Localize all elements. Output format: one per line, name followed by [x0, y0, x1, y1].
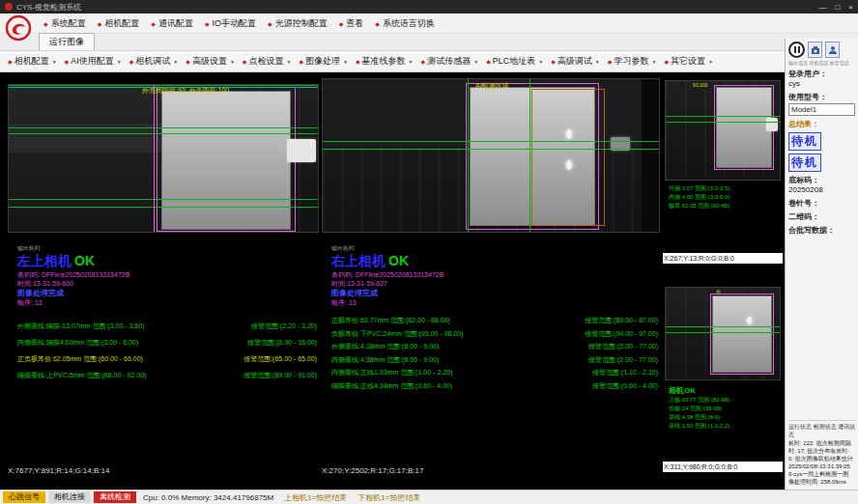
- glare-spot: [566, 160, 572, 170]
- run-controls: [788, 42, 855, 58]
- overlay-line-green: [9, 207, 318, 208]
- cpu-memory-readout: Cpu: 0.0% Memory: 3424.41796875M: [143, 493, 273, 502]
- chevron-down-icon: ▼: [173, 59, 178, 65]
- overlay-ai-text: AI: [716, 289, 721, 294]
- close-button[interactable]: ×: [848, 3, 853, 12]
- user-icon: [828, 45, 838, 55]
- title-bar: CYS-视觉检测系统 — □ ×: [0, 0, 858, 14]
- measurements-center: 正极耳值:63.77mm 范围:(82.00 - 88.00)报警范围:(83.…: [331, 316, 658, 394]
- chevron-down-icon: ▼: [708, 59, 713, 65]
- minimize-button[interactable]: —: [818, 3, 826, 12]
- camera-view-left[interactable]: 外壳间隙值:93; 外壳内值:100 输出耗时 左上相机OK 条码码: DFFl…: [8, 74, 319, 464]
- menu-item-language[interactable]: ◆系统语言切换: [370, 15, 440, 32]
- tool-test-sensor[interactable]: ◆测试传感器▼: [417, 53, 483, 70]
- measure-row: 隔膜基线-上PVC-5mm 范围:(88.00 - 92.00)报警范围:(89…: [17, 371, 317, 387]
- menu-item-system-config[interactable]: ◆系统配置: [39, 15, 91, 32]
- overlay-line-magenta: [154, 85, 155, 232]
- tool-plc-table[interactable]: ◆PLC地址表▼: [482, 53, 547, 70]
- tool-other-settings[interactable]: ◆其它设置▼: [660, 53, 717, 70]
- overlay-line-green: [666, 116, 780, 117]
- camera-view-small-bottom[interactable]: AI 相机OK 正极:63.77 范围:(82-88) 负极:24 范围:(93…: [663, 264, 783, 461]
- tab-run-image[interactable]: 运行图像: [39, 33, 95, 50]
- user-tool-button[interactable]: [825, 42, 840, 58]
- diamond-icon: ◆: [186, 58, 190, 65]
- camera-image-center[interactable]: AI检测区域: [322, 78, 660, 233]
- measure-row: 内侧基线:4.38mm 范围:(8.00 - 9.00)报警范围:(2.00 -…: [331, 355, 658, 369]
- diamond-icon: ◆: [608, 58, 613, 65]
- camera-image-left[interactable]: 外壳间隙值:93; 外壳内值:100: [8, 84, 319, 233]
- machine-edge: [642, 79, 659, 232]
- overlay-line-green: [666, 332, 780, 333]
- total-result-value-2: 待机: [788, 154, 821, 172]
- stats-header: 运行状态 检测状态 通讯状态: [788, 420, 856, 438]
- tool-image-process[interactable]: ◆图像处理▼: [295, 53, 352, 70]
- tool-camera-config[interactable]: ◆相机配置▼: [4, 53, 61, 70]
- panel-note: 输出信息 待机信息 标定信息: [788, 60, 855, 66]
- glare-spot: [747, 317, 752, 324]
- camera-image-small-top[interactable]: 93;100: [665, 80, 781, 181]
- tool-spot-check[interactable]: ◆点检设置▼: [239, 53, 296, 70]
- camera-view-small-top[interactable]: 93;100 外侧:3.07 范围:(3.0-3.5) 内侧:4.60 范围:(…: [663, 74, 783, 252]
- chevron-down-icon: ▼: [473, 59, 478, 65]
- chevron-down-icon: ▼: [117, 59, 122, 65]
- menu-item-io-config[interactable]: ◆IO手动配置: [200, 15, 261, 32]
- result-block-center: 输出耗时 右上相机OK 条码码: DFFline2025020813313472…: [331, 244, 656, 307]
- overlay-line-green: [666, 122, 780, 123]
- measure-row: 正极耳值:63.77mm 范围:(82.00 - 88.00)报警范围:(83.…: [331, 316, 658, 329]
- total-result-value-1: 待机: [788, 132, 821, 151]
- window-title: CYS-视觉检测系统: [16, 2, 81, 13]
- diamond-icon: ◆: [486, 58, 491, 65]
- stats-line: 耗时: 222, 批次检测间隔: [788, 439, 856, 447]
- chevron-down-icon: ▼: [230, 59, 235, 65]
- overlay-line-green: [9, 133, 318, 134]
- part-surface: [161, 91, 291, 230]
- right-panel: 输出信息 待机信息 标定信息 登录用户： cys 使用型号： Model1 总结…: [785, 39, 858, 490]
- tool-advanced-debug[interactable]: ◆高级调试▼: [547, 53, 604, 70]
- tool-ai-config[interactable]: ◆AI使用配置▼: [61, 53, 126, 70]
- diamond-icon: ◆: [551, 58, 556, 65]
- camera-icon: [811, 45, 820, 55]
- tool-baseline-params[interactable]: ◆基准线参数▼: [352, 53, 417, 70]
- measure-row: 外侧基线:4.38mm 范围:(8.00 - 9.00)报警范围:(2.00 -…: [331, 342, 658, 355]
- tool-camera-debug[interactable]: ◆相机调试▼: [126, 53, 183, 70]
- stats-block: 运行状态 检测状态 通讯状态 耗时: 222, 批次检测间隔 时: 17, 批次…: [788, 420, 856, 486]
- pre-title: 输出耗时: [331, 244, 656, 252]
- chevron-down-icon: ▼: [343, 59, 348, 65]
- menu-item-light-config[interactable]: ◆光源控制配置: [263, 15, 332, 32]
- menu-item-view[interactable]: ◆查看: [334, 15, 369, 32]
- diamond-icon: ◆: [339, 20, 344, 27]
- camera-tool-button[interactable]: [808, 42, 822, 58]
- measure-row-warning: 正负极耳值:62.05mm 范围:(60.00 - 66.00)报警范围:(65…: [17, 354, 317, 371]
- model-select[interactable]: Model1: [788, 103, 855, 116]
- menu-item-comm-config[interactable]: ◆通讯配置: [146, 15, 198, 32]
- diamond-icon: ◆: [205, 20, 210, 27]
- camera-view-center[interactable]: AI检测区域 输出耗时 右上相机OK 条码码: DFFline202502081…: [322, 74, 660, 464]
- pre-title: 输出耗时: [17, 244, 315, 252]
- roi-rect-orange: [531, 89, 605, 226]
- diamond-icon: ◆: [375, 20, 380, 27]
- diamond-icon: ◆: [8, 58, 13, 65]
- heartbeat-indicator: 心跳信号: [3, 491, 45, 503]
- model-label: 使用型号：: [788, 93, 855, 102]
- stats-line: 2025/02/08-13:31:39:05: [788, 462, 856, 470]
- measure-row: 负极耳值:下PVC:24mm 范围:(93.00 - 98.00)报警范围:(9…: [331, 329, 658, 343]
- status-bar: 心跳信号 相机连接 离线检测 Cpu: 0.0% Memory: 3424.41…: [0, 490, 858, 504]
- overlay-ai-region-text: AI检测区域: [475, 81, 509, 91]
- part-surface: [716, 87, 772, 168]
- camera-image-small-bottom[interactable]: AI: [665, 287, 781, 380]
- machine-bg: [9, 85, 161, 232]
- pause-button[interactable]: [788, 42, 805, 58]
- small-result-ok: 相机OK: [669, 385, 729, 396]
- result-ok-text: OK: [388, 253, 409, 268]
- app-logo-icon: [5, 3, 13, 11]
- small-measure-lines: 外侧:3.07 范围:(3.0-3.5) 内侧:4.60 范围:(3.0-6.0…: [669, 184, 729, 210]
- tool-advanced-settings[interactable]: ◆高级设置▼: [182, 53, 239, 70]
- chevron-down-icon: ▼: [595, 59, 600, 65]
- login-user-label: 登录用户：: [788, 70, 855, 79]
- app-window: CYS-视觉检测系统 — □ × ◆系统配置 ◆相机配置 ◆通讯配置 ◆IO手动…: [0, 0, 858, 504]
- camera-title: 右上相机: [331, 253, 386, 268]
- maximize-button[interactable]: □: [835, 3, 840, 12]
- diamond-icon: ◆: [299, 58, 303, 65]
- menu-item-camera-config[interactable]: ◆相机配置: [93, 15, 145, 32]
- tool-learning-params[interactable]: ◆学习参数▼: [604, 53, 661, 70]
